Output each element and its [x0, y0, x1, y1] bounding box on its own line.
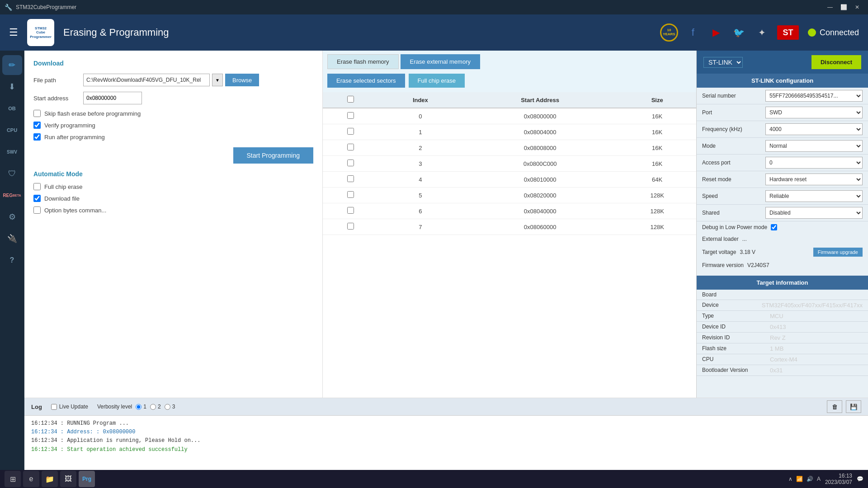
shared-select[interactable]: Disabled: [765, 207, 863, 219]
sidebar-item-help[interactable]: ?: [2, 250, 22, 270]
start-address-input[interactable]: [83, 92, 142, 104]
erase-external-tab[interactable]: Erase external memory: [401, 54, 480, 69]
verbosity-radio-1[interactable]: [136, 404, 142, 410]
sidebar-item-download[interactable]: ⬇: [2, 77, 22, 97]
download-file-checkbox[interactable]: [33, 195, 41, 202]
stlink-selector[interactable]: ST-LINK: [703, 57, 743, 68]
row-select-checkbox[interactable]: [347, 175, 354, 182]
verbosity-radio-2[interactable]: [150, 404, 156, 410]
sidebar-item-cpu[interactable]: CPU: [2, 120, 22, 140]
type-label: Type: [702, 313, 770, 319]
select-cell: [323, 108, 379, 124]
verify-programming-checkbox[interactable]: [33, 122, 41, 129]
log-actions: 🗑 💾: [827, 400, 861, 413]
log-content: 16:12:34 : RUNNING Program ... 16:12:34 …: [24, 416, 868, 470]
file-path-dropdown[interactable]: ▼: [212, 74, 223, 86]
sidebar-item-swv[interactable]: SWV: [2, 142, 22, 162]
row-select-checkbox[interactable]: [347, 223, 354, 230]
start-prog-container: Start Programming: [33, 147, 313, 164]
row-select-checkbox[interactable]: [347, 191, 354, 198]
speed-select[interactable]: Reliable: [765, 190, 863, 202]
notification-icon[interactable]: 💬: [857, 476, 863, 482]
erase-flash-tab[interactable]: Erase flash memory: [327, 54, 399, 69]
live-update-checkbox[interactable]: [51, 404, 57, 410]
reset-mode-row: Reset mode Hardware reset: [697, 171, 868, 188]
row-select-checkbox[interactable]: [347, 144, 354, 150]
port-select[interactable]: SWD: [765, 107, 863, 118]
sidebar-item-settings[interactable]: ⚙: [2, 207, 22, 227]
facebook-icon[interactable]: f: [685, 24, 701, 41]
run-after-checkbox[interactable]: [33, 133, 41, 141]
external-loader-label: External loader: [702, 236, 739, 242]
skip-flash-erase-label: Skip flash erase before programming: [44, 110, 141, 117]
sidebar-item-reg[interactable]: REGBETA: [2, 185, 22, 205]
row-select-checkbox[interactable]: [347, 160, 354, 166]
maximize-button[interactable]: ⬜: [837, 3, 850, 12]
network-icon[interactable]: ✦: [754, 24, 770, 41]
log-save-button[interactable]: 💾: [846, 400, 861, 413]
live-update-group: Live Update: [51, 404, 88, 410]
full-chip-erase-button[interactable]: Full chip erase: [409, 74, 465, 88]
titlebar: 🔧 STM32CubeProgrammer — ⬜ ✕: [0, 0, 868, 14]
option-bytes-checkbox[interactable]: [33, 206, 41, 214]
row-select-checkbox[interactable]: [347, 207, 354, 214]
debug-low-power-label: Debug in Low Power mode: [702, 224, 767, 230]
browse-button[interactable]: Browse: [225, 74, 259, 86]
sidebar-item-security[interactable]: 🛡: [2, 164, 22, 183]
size-cell: 16K: [618, 156, 696, 172]
device-id-value: 0x413: [770, 324, 786, 330]
minimize-button[interactable]: —: [824, 3, 836, 12]
app-icon: 🔧: [5, 4, 12, 11]
file-path-input[interactable]: [83, 74, 210, 86]
debug-low-power-checkbox[interactable]: [771, 224, 777, 230]
start-programming-button[interactable]: Start Programming: [233, 147, 313, 164]
serial-number-select[interactable]: 55FF72066685495354517...: [765, 90, 863, 102]
files-button[interactable]: 📁: [42, 471, 58, 487]
start-button[interactable]: ⊞: [5, 471, 21, 487]
access-port-select[interactable]: 0: [765, 157, 863, 169]
skip-flash-erase-checkbox[interactable]: [33, 110, 41, 117]
sidebar-item-connection[interactable]: 🔌: [2, 229, 22, 249]
size-cell: 128K: [618, 188, 696, 203]
social-icons: 10YEARS f ▶ 🐦 ✦ ST: [660, 23, 799, 42]
photos-button[interactable]: 🖼: [60, 471, 76, 487]
type-row: Type MCU: [697, 311, 868, 322]
main-area: ✏ ⬇ OB CPU SWV 🛡 REGBETA ⚙ 🔌 ? Download …: [0, 51, 868, 488]
sidebar-item-erase[interactable]: ✏: [2, 55, 22, 75]
sidebar-item-ob[interactable]: OB: [2, 99, 22, 118]
mode-select[interactable]: Normal: [765, 140, 863, 152]
twitter-icon[interactable]: 🐦: [731, 24, 747, 41]
verbosity-radio-3[interactable]: [165, 404, 170, 410]
index-cell: 2: [379, 140, 462, 156]
index-cell: 5: [379, 188, 462, 203]
youtube-icon[interactable]: ▶: [708, 24, 724, 41]
select-all-checkbox[interactable]: [347, 96, 354, 103]
verbosity-1: 1: [136, 404, 146, 410]
close-button[interactable]: ✕: [851, 3, 863, 12]
firmware-upgrade-button[interactable]: Firmware upgrade: [813, 248, 863, 257]
size-header: Size: [618, 92, 696, 108]
row-select-checkbox[interactable]: [347, 128, 354, 135]
log-title: Log: [31, 404, 42, 410]
table-row: 6 0x08040000 128K: [323, 203, 696, 219]
speaker-icon[interactable]: 🔊: [807, 476, 813, 482]
frequency-label: Frequency (kHz): [702, 126, 765, 132]
frequency-select[interactable]: 4000: [765, 123, 863, 135]
chevron-up-icon[interactable]: ∧: [788, 476, 793, 482]
erase-selected-button[interactable]: Erase selected sectors: [327, 74, 405, 88]
menu-icon[interactable]: ☰: [9, 27, 18, 38]
disconnect-button[interactable]: Disconnect: [811, 55, 861, 69]
programmer-button[interactable]: Prg: [79, 471, 95, 487]
st-logo: ST: [777, 25, 799, 40]
log-line: 16:12:34 : Start operation achieved succ…: [31, 446, 861, 454]
row-select-checkbox[interactable]: [347, 112, 354, 119]
firmware-version-value: V2J40S7: [747, 262, 769, 268]
size-cell: 16K: [618, 140, 696, 156]
reset-mode-select[interactable]: Hardware reset: [765, 174, 863, 185]
serial-number-label: Serial number: [702, 93, 765, 99]
start-address-cell: 0x08008000: [462, 140, 618, 156]
full-chip-erase-checkbox[interactable]: [33, 183, 41, 190]
edge-button[interactable]: e: [23, 471, 39, 487]
external-loader-row: External loader ...: [697, 233, 868, 245]
log-clear-button[interactable]: 🗑: [827, 400, 842, 413]
